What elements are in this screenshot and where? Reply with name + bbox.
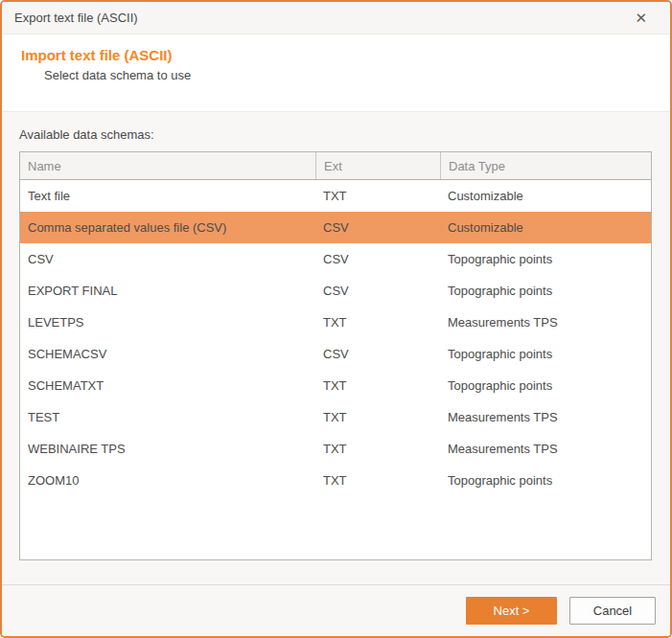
close-icon[interactable]: ✕ (631, 9, 651, 27)
table-row[interactable]: Text file TXT Customizable (20, 180, 651, 212)
schema-ext-cell: CSV (315, 284, 440, 298)
schema-table: Name Ext Data Type Text file TXT Customi… (19, 151, 652, 560)
column-header-name[interactable]: Name (20, 152, 315, 179)
next-button[interactable]: Next > (466, 597, 557, 625)
schema-ext-cell: TXT (315, 473, 440, 488)
schema-data-type-cell: Topographic points (440, 378, 651, 393)
table-row[interactable]: EXPORT FINAL CSV Topographic points (20, 275, 651, 307)
schema-data-type-cell: Measurements TPS (440, 442, 651, 456)
schema-data-type-cell: Measurements TPS (440, 315, 651, 330)
wizard-header: Import text file (ASCII) Select data sch… (2, 34, 670, 112)
table-row[interactable]: Comma separated values file (CSV) CSV Cu… (20, 212, 651, 243)
table-row[interactable]: TEST TXT Measurements TPS (20, 401, 651, 433)
schema-name-cell: EXPORT FINAL (20, 284, 315, 298)
schema-ext-cell: TXT (315, 410, 440, 424)
schema-name-cell: TEST (20, 410, 315, 424)
schemas-list-label: Available data schemas: (19, 127, 652, 142)
schema-ext-cell: CSV (315, 347, 440, 361)
table-row[interactable]: LEVETPS TXT Measurements TPS (20, 307, 651, 338)
schema-ext-cell: TXT (315, 315, 440, 330)
schema-name-cell: ZOOM10 (20, 473, 315, 488)
dialog-window: Export text file (ASCII) ✕ Import text f… (0, 0, 672, 638)
schema-ext-cell: TXT (315, 378, 440, 393)
table-row[interactable]: ZOOM10 TXT Topographic points (20, 465, 651, 496)
window-title: Export text file (ASCII) (14, 11, 138, 25)
schema-data-type-cell: Topographic points (440, 347, 651, 361)
schema-name-cell: WEBINAIRE TPS (20, 442, 315, 456)
title-bar: Export text file (ASCII) ✕ (2, 2, 670, 34)
schema-name-cell: CSV (20, 252, 315, 266)
dialog-footer: Next > Cancel (2, 584, 670, 636)
table-row[interactable]: SCHEMACSV CSV Topographic points (20, 338, 651, 370)
table-row[interactable]: SCHEMATXT TXT Topographic points (20, 370, 651, 401)
schema-ext-cell: CSV (315, 252, 440, 266)
schema-name-cell: Comma separated values file (CSV) (20, 220, 315, 235)
schema-data-type-cell: Measurements TPS (440, 410, 651, 424)
schema-ext-cell: TXT (315, 189, 440, 203)
schema-data-type-cell: Topographic points (440, 284, 651, 298)
table-row[interactable]: CSV CSV Topographic points (20, 243, 651, 275)
schema-data-type-cell: Topographic points (440, 252, 651, 266)
column-header-data-type[interactable]: Data Type (440, 152, 651, 179)
schema-name-cell: Text file (20, 189, 315, 203)
dialog-content: Available data schemas: Name Ext Data Ty… (2, 112, 670, 584)
schema-table-body: Text file TXT Customizable Comma separat… (20, 180, 651, 559)
schema-data-type-cell: Customizable (440, 189, 651, 203)
cancel-button[interactable]: Cancel (569, 597, 656, 625)
schema-table-header: Name Ext Data Type (20, 152, 651, 180)
schema-ext-cell: CSV (315, 220, 440, 235)
schema-data-type-cell: Customizable (440, 220, 651, 235)
schema-ext-cell: TXT (315, 442, 440, 456)
schema-name-cell: SCHEMACSV (20, 347, 315, 361)
table-row[interactable]: WEBINAIRE TPS TXT Measurements TPS (20, 433, 651, 465)
column-header-ext[interactable]: Ext (315, 152, 440, 179)
schema-name-cell: SCHEMATXT (20, 378, 315, 393)
schema-data-type-cell: Topographic points (440, 473, 651, 488)
schema-name-cell: LEVETPS (20, 315, 315, 330)
page-title: Import text file (ASCII) (21, 47, 651, 63)
page-subtitle: Select data schema to use (44, 68, 651, 82)
